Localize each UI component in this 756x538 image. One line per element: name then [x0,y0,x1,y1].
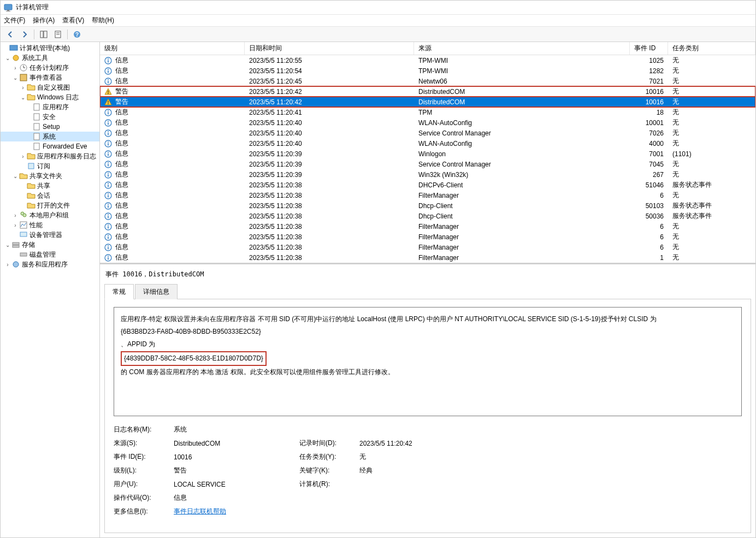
show-hide-tree-button[interactable] [37,28,50,40]
event-row[interactable]: 信息2023/5/5 11:20:39Win32k (Win32k)267无 [100,169,755,180]
info-icon [104,212,112,220]
tree-security-log[interactable]: 安全 [1,112,99,122]
svg-rect-68 [108,195,109,198]
event-row[interactable]: 信息2023/5/5 11:20:38FilterManager1无 [100,252,755,263]
event-row[interactable]: 信息2023/5/5 11:20:38Dhcp-Client50103服务状态事… [100,200,755,211]
event-row[interactable]: 信息2023/5/5 11:20:54TPM-WMI1282无 [100,66,755,76]
titlebar: 计算机管理 [1,1,755,15]
svg-point-48 [108,121,109,122]
menu-file[interactable]: 文件(F) [4,16,25,25]
info-icon [104,129,112,137]
event-row[interactable]: 警告2023/5/5 11:20:42DistributedCOM10016无 [100,86,755,97]
tree-storage[interactable]: ⌄存储 [1,240,99,250]
event-row[interactable]: 信息2023/5/5 11:20:40Service Control Manag… [100,128,755,138]
event-row[interactable]: 信息2023/5/5 11:20:38FilterManager6无 [100,232,755,242]
tree-local-users[interactable]: ›本地用户和组 [1,210,99,220]
info-icon [104,223,112,230]
col-source[interactable]: 来源 [414,42,630,55]
event-row[interactable]: 信息2023/5/5 11:20:39Winlogon7001(1101) [100,149,755,159]
info-icon [104,67,112,75]
tree-shares[interactable]: 共享 [1,181,99,191]
toolbar-separator [34,29,34,39]
info-icon [104,181,112,189]
body: 计算机管理(本地) ⌄系统工具 ›任务计划程序 ⌄事件查看器 ›自定义视图 ⌄W… [1,42,755,537]
link-online-help[interactable]: 事件日志联机帮助 [174,507,226,515]
info-icon [104,233,112,241]
tree-app-log[interactable]: 应用程序 [1,102,99,112]
val-keywords: 经典 [359,466,469,475]
col-eventid[interactable]: 事件 ID [630,42,668,55]
event-row[interactable]: 信息2023/5/5 11:20:41TPM18无 [100,107,755,117]
tree-subscriptions[interactable]: 订阅 [1,161,99,171]
tree-services-apps[interactable]: ›服务和应用程序 [1,259,99,269]
forward-button[interactable] [18,28,31,40]
val-level: 警告 [174,466,299,475]
svg-rect-3 [40,31,43,38]
svg-rect-59 [108,164,109,167]
event-row[interactable]: 信息2023/5/5 11:20:38Dhcp-Client50036服务状态事… [100,211,755,221]
svg-rect-83 [108,247,109,250]
lab-logged: 记录时间(D): [299,439,359,448]
event-row[interactable]: 信息2023/5/5 11:20:40WLAN-AutoConfig10001无 [100,117,755,128]
event-row[interactable]: 信息2023/5/5 11:20:38FilterManager6无 [100,190,755,200]
tree-sessions[interactable]: 会话 [1,191,99,200]
info-icon [104,244,112,251]
back-button[interactable] [4,28,17,40]
svg-rect-18 [34,123,39,130]
tree-system-tools[interactable]: ⌄系统工具 [1,53,99,63]
tree-shared-folders[interactable]: ⌄共享文件夹 [1,171,99,181]
svg-rect-28 [20,253,27,256]
help-button[interactable]: ? [70,28,84,40]
svg-rect-26 [13,243,19,245]
event-row[interactable]: 信息2023/5/5 11:20:55TPM-WMI1025无 [100,55,755,66]
tree-performance[interactable]: ›性能 [1,220,99,230]
tree-custom-views[interactable]: ›自定义视图 [1,82,99,92]
tree-task-scheduler[interactable]: ›任务计划程序 [1,63,99,73]
nav-tree[interactable]: 计算机管理(本地) ⌄系统工具 ›任务计划程序 ⌄事件查看器 ›自定义视图 ⌄W… [1,42,100,537]
menu-action[interactable]: 操作(A) [33,16,55,25]
svg-point-45 [108,110,109,111]
tree-system-log[interactable]: 系统 [1,132,99,141]
properties-button[interactable] [51,28,64,40]
event-grid[interactable]: 级别 日期和时间 来源 事件 ID 任务类别 信息2023/5/5 11:20:… [100,42,755,264]
event-row[interactable]: 信息2023/5/5 11:20:38DHCPv6-Client51046服务状… [100,180,755,190]
svg-rect-74 [108,216,109,218]
svg-point-66 [108,183,109,184]
tree-forwarded-log[interactable]: Forwarded Eve [1,141,99,151]
event-row[interactable]: 信息2023/5/5 11:20:45Netwtw067021无 [100,76,755,86]
tree-event-viewer[interactable]: ⌄事件查看器 [1,73,99,82]
menu-help[interactable]: 帮助(H) [92,16,114,25]
event-row[interactable]: 信息2023/5/5 11:20:38FilterManager6无 [100,221,755,232]
event-row[interactable]: 警告2023/5/5 11:20:42DistributedCOM10016无 [100,97,755,107]
svg-text:?: ? [75,32,79,38]
svg-rect-31 [108,60,109,63]
col-category[interactable]: 任务类别 [668,42,755,55]
tree-open-files[interactable]: 打开的文件 [1,200,99,210]
tree-root[interactable]: 计算机管理(本地) [1,43,99,53]
svg-point-72 [108,204,109,205]
tab-details[interactable]: 详细信息 [135,284,178,299]
svg-rect-0 [4,4,12,10]
detail-tabs: 常规 详细信息 [104,283,751,299]
tree-disk-management[interactable]: 磁盘管理 [1,250,99,259]
col-level[interactable]: 级别 [100,42,245,55]
svg-rect-39 [108,90,108,92]
event-row[interactable]: 信息2023/5/5 11:20:40WLAN-AutoConfig4000无 [100,138,755,149]
tree-windows-logs[interactable]: ⌄Windows 日志 [1,92,99,102]
lab-logname: 日志名称(M): [114,425,174,434]
tree-device-manager[interactable]: 设备管理器 [1,230,99,240]
lab-category: 任务类别(Y): [299,452,359,462]
col-datetime[interactable]: 日期和时间 [245,42,414,55]
val-user: LOCAL SERVICE [174,481,299,488]
grid-header: 级别 日期和时间 来源 事件 ID 任务类别 [100,42,755,55]
svg-rect-71 [108,205,109,208]
event-row[interactable]: 信息2023/5/5 11:20:39Service Control Manag… [100,159,755,169]
tree-setup-log[interactable]: Setup [1,122,99,132]
info-icon [104,150,112,158]
event-row[interactable]: 信息2023/5/5 11:20:38FilterManager6无 [100,242,755,252]
svg-rect-17 [34,114,39,120]
lab-source: 来源(S): [114,439,174,448]
tree-app-service-logs[interactable]: ›应用程序和服务日志 [1,151,99,161]
menu-view[interactable]: 查看(V) [62,16,84,25]
tab-general[interactable]: 常规 [104,284,134,299]
